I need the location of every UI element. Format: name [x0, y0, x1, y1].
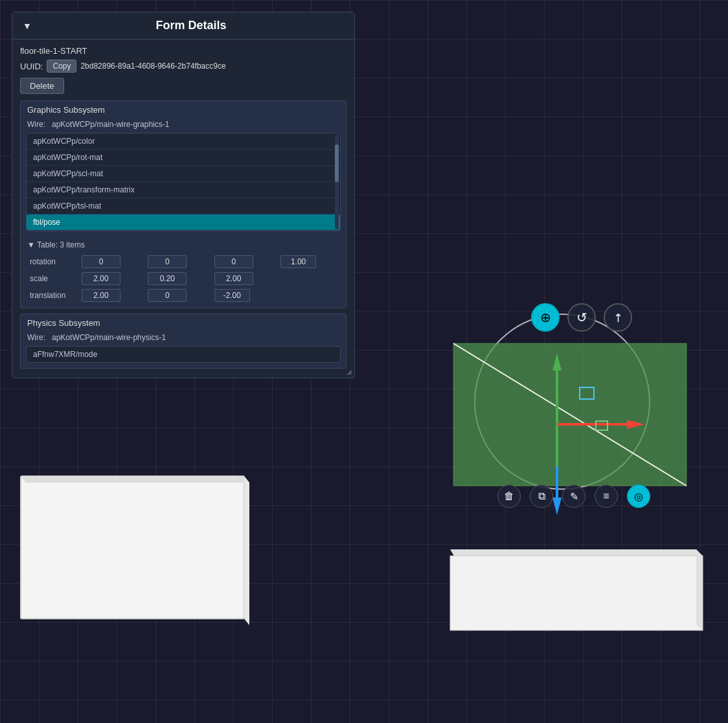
menu-button[interactable]: ≡: [595, 485, 618, 508]
viewport-toolbar-top: ⊕ ↺ ↗: [531, 303, 632, 332]
panel-collapse-icon[interactable]: ▼: [23, 21, 32, 31]
table-row: rotation: [27, 253, 339, 270]
scale-v1[interactable]: [82, 272, 120, 285]
scale-icon: ↗: [609, 309, 626, 326]
row-label-rotation: rotation: [27, 253, 79, 270]
scale-v3[interactable]: [214, 272, 253, 285]
row-label-translation: translation: [27, 287, 79, 304]
diagonal-line: [453, 343, 687, 486]
table-row: translation: [27, 287, 339, 304]
list-item[interactable]: aFfnw7XMR/mode: [27, 347, 340, 362]
uuid-label: UUID:: [20, 62, 43, 71]
floor-tile-right-top: [450, 549, 701, 557]
list-item[interactable]: apKotWCPp/color: [27, 133, 340, 150]
gizmo-circle: [475, 314, 650, 489]
floor-tile-left-side: [244, 476, 249, 625]
x-axis-arrowhead: [627, 420, 644, 429]
list-item-selected[interactable]: fbl/pose: [27, 214, 340, 231]
floor-tile-left-top: [21, 476, 249, 483]
copy-icon: ⧉: [538, 490, 545, 502]
physics-items-partial: aFfnw7XMR/mode: [26, 346, 341, 363]
graphics-wire-row: Wire: apKotWCPp/main-wire-graphics-1: [21, 119, 346, 133]
graphics-subsystem-header: Graphics Subsystem: [21, 101, 346, 119]
panel-title: Form Details: [38, 19, 344, 32]
menu-icon: ≡: [603, 490, 609, 502]
list-item[interactable]: apKotWCPp/rot-mat: [27, 150, 340, 166]
floor-tile-right-side: [696, 549, 703, 630]
y-axis-arrowhead: [552, 353, 562, 371]
rotate-tool-button[interactable]: ↺: [567, 303, 596, 332]
translation-v3[interactable]: [214, 289, 250, 302]
table-row: scale: [27, 270, 339, 287]
translation-v1[interactable]: [82, 289, 120, 302]
wire-label-physics: Wire:: [27, 333, 45, 342]
row-label-scale: scale: [27, 270, 79, 287]
edit-icon: ✎: [570, 490, 578, 503]
copy-uuid-button[interactable]: Copy: [47, 60, 76, 73]
floor-tile-right-base: [450, 556, 703, 630]
edit-object-button[interactable]: ✎: [562, 485, 586, 508]
rotation-v3[interactable]: [214, 255, 253, 268]
rotation-v4[interactable]: [280, 255, 316, 268]
wire-value-physics: apKotWCPp/main-wire-physics-1: [52, 333, 166, 342]
wire-label-graphics: Wire:: [27, 120, 45, 129]
wire-value-graphics: apKotWCPp/main-wire-graphics-1: [52, 120, 169, 129]
delete-icon: 🗑: [504, 490, 514, 502]
graphics-subsystem-panel: Graphics Subsystem Wire: apKotWCPp/main-…: [20, 100, 347, 308]
target-button[interactable]: ◎: [627, 485, 650, 508]
physics-subsystem-header: Physics Subsystem: [21, 314, 346, 332]
table-header: ▼ Table: 3 items: [27, 240, 339, 249]
list-item[interactable]: apKotWCPp/scl-mat: [27, 166, 340, 182]
viewport-toolbar-bottom: 🗑 ⧉ ✎ ≡ ◎: [497, 485, 650, 508]
physics-subsystem-panel: Physics Subsystem Wire: apKotWCPp/main-w…: [20, 314, 347, 369]
object-name: floor-tile-1-START: [20, 46, 347, 56]
list-item[interactable]: apKotWCPp/transform-matrix: [27, 182, 340, 198]
target-icon: ◎: [634, 490, 643, 503]
form-details-panel: ▼ Form Details floor-tile-1-START UUID: …: [12, 12, 355, 378]
resize-handle[interactable]: ◢: [347, 368, 352, 375]
table-section: ▼ Table: 3 items rotation scale: [21, 236, 346, 308]
move-tool-button[interactable]: ⊕: [531, 303, 560, 332]
selection-plane: [453, 343, 687, 486]
data-table: rotation scale translation: [27, 253, 339, 304]
scroll-track: [335, 135, 339, 229]
translation-v2[interactable]: [148, 289, 187, 302]
green-handle-small: [596, 421, 608, 430]
blue-handle: [580, 387, 594, 399]
panel-header: ▼ Form Details: [12, 12, 354, 40]
physics-wire-row: Wire: apKotWCPp/main-wire-physics-1: [21, 332, 346, 346]
rotation-v2[interactable]: [148, 255, 187, 268]
table-collapse-icon[interactable]: ▼ Table: 3 items: [27, 240, 85, 249]
move-icon: ⊕: [540, 310, 551, 325]
graphics-items-list: apKotWCPp/color apKotWCPp/rot-mat apKotW…: [26, 133, 341, 231]
panel-body: floor-tile-1-START UUID: Copy 2bd82896-8…: [12, 40, 354, 378]
scale-v2[interactable]: [148, 272, 187, 285]
delete-object-button[interactable]: 🗑: [497, 485, 521, 508]
uuid-row: UUID: Copy 2bd82896-89a1-4608-9646-2b74f…: [20, 60, 347, 73]
copy-object-button[interactable]: ⧉: [530, 485, 553, 508]
rotation-v1[interactable]: [82, 255, 120, 268]
list-item[interactable]: apKotWCPp/tsl-mat: [27, 198, 340, 214]
rotate-icon: ↺: [576, 310, 587, 325]
scale-tool-button[interactable]: ↗: [604, 303, 632, 332]
delete-button[interactable]: Delete: [20, 78, 64, 94]
uuid-value: 2bd82896-89a1-4608-9646-2b74fbacc9ce: [80, 62, 225, 71]
floor-tile-left: [21, 476, 244, 619]
scroll-thumb: [335, 144, 339, 182]
